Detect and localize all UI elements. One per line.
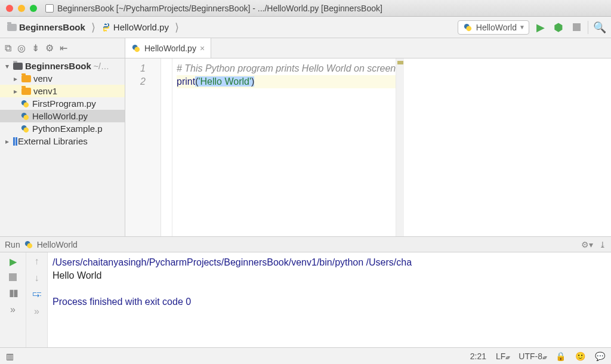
lock-icon[interactable]: 🔒 [556, 351, 566, 361]
python-file-icon [20, 124, 30, 134]
app-icon [45, 4, 54, 13]
console-command: /Users/chaitanyasingh/PycharmProjects/Be… [53, 256, 606, 269]
tab-label: HelloWorld.py [144, 44, 196, 53]
twisty-icon[interactable]: ▸ [4, 137, 11, 146]
maximize-window-button[interactable] [30, 5, 37, 12]
close-window-button[interactable] [6, 5, 13, 12]
tree-item-label: PythonExample.p [32, 124, 103, 134]
line-ending-selector[interactable]: LF▴▾ [496, 351, 509, 361]
breadcrumb-label: HelloWorld.py [113, 22, 169, 32]
tool-windows-button[interactable]: ▥ [6, 351, 14, 361]
tree-item-folder[interactable]: ▸ venv1 [0, 85, 125, 97]
python-file-icon [20, 99, 30, 109]
debug-button[interactable]: ⬢ [552, 21, 565, 34]
breadcrumb: BeginnersBook ⟩ HelloWorld.py ⟩ [5, 21, 180, 34]
tree-item-file[interactable]: PythonExample.p [0, 122, 125, 135]
up-arrow-icon[interactable]: ↑ [35, 256, 39, 267]
tree-item-folder[interactable]: ▸ venv [0, 72, 125, 85]
twisty-icon[interactable]: ▾ [4, 62, 11, 70]
chevron-right-icon: ⟩ [174, 21, 180, 34]
cursor-position[interactable]: 2:21 [470, 351, 486, 361]
python-icon [463, 23, 473, 32]
console-exit-message: Process finished with exit code 0 [53, 295, 606, 309]
tree-item-label: HelloWorld.py [32, 111, 88, 121]
pause-button[interactable]: ▮▮ [9, 287, 17, 298]
tree-item-path: ~/… [94, 61, 109, 71]
tree-item-label: venv [33, 73, 53, 84]
tree-item-label: FirstProgram.py [32, 98, 96, 109]
target-icon[interactable]: ◎ [17, 42, 26, 54]
library-icon [13, 137, 15, 146]
divider [588, 21, 588, 34]
code-line: print('Hello World') [177, 75, 396, 88]
profile-icon[interactable]: 🙂 [575, 351, 585, 361]
tree-item-file[interactable]: HelloWorld.py [0, 110, 125, 122]
console-stdout: Hello World [53, 269, 606, 282]
svg-point-9 [134, 47, 140, 52]
folder-icon [7, 24, 17, 31]
breadcrumb-label: BeginnersBook [19, 22, 85, 32]
status-bar: ▥ 2:21 LF▴▾ UTF-8▴▾ 🔒 🙂 💬 [0, 347, 611, 364]
python-file-icon [131, 44, 141, 53]
svg-point-5 [23, 115, 29, 120]
down-arrow-icon[interactable]: ↓ [35, 273, 39, 283]
svg-point-11 [27, 243, 32, 248]
gear-icon[interactable]: ⚙ [45, 42, 54, 54]
editor-panel: HelloWorld.py × 1 2 # This Python progra… [125, 38, 611, 236]
more-icon[interactable]: » [34, 306, 39, 317]
hide-icon[interactable]: ⇤ [60, 42, 67, 54]
run-config-name: HelloWorld [37, 240, 78, 249]
encoding-selector[interactable]: UTF-8▴▾ [519, 351, 546, 361]
folder-icon [21, 88, 31, 95]
tree-item-label: External Libraries [18, 136, 88, 146]
nav-bar: BeginnersBook ⟩ HelloWorld.py ⟩ HelloWor… [0, 17, 611, 38]
python-file-icon [20, 112, 30, 121]
run-button[interactable]: ▶ [534, 21, 547, 34]
console-output[interactable]: /Users/chaitanyasingh/PycharmProjects/Be… [48, 252, 611, 347]
close-tab-button[interactable]: × [200, 44, 205, 53]
collapse-icon[interactable]: ⇟ [32, 42, 39, 54]
line-gutter: 1 2 [125, 58, 161, 236]
run-config-select[interactable]: HelloWorld ▼ [458, 20, 529, 35]
line-number: 2 [125, 75, 161, 88]
tree-item-label: BeginnersBook [25, 61, 91, 71]
editor-marker-gutter [396, 58, 404, 236]
stop-run-button[interactable] [9, 273, 17, 281]
breadcrumb-file[interactable]: HelloWorld.py [99, 21, 171, 33]
external-libraries-item[interactable]: ▸ External Libraries [0, 135, 125, 147]
project-tree: ▾ BeginnersBook ~/… ▸ venv ▸ venv1 First… [0, 58, 125, 236]
folder-icon [21, 75, 31, 82]
stop-button[interactable] [570, 21, 583, 34]
minimize-window-button[interactable] [18, 5, 25, 12]
title-bar: BeginnersBook [~/PycharmProjects/Beginne… [0, 0, 611, 17]
feedback-icon[interactable]: 💬 [595, 351, 605, 361]
python-icon [24, 240, 33, 249]
run-label: Run [5, 240, 20, 249]
run-toolbar-primary: ▶ ▮▮ » [0, 252, 26, 347]
window-title: BeginnersBook [~/PycharmProjects/Beginne… [57, 4, 382, 13]
tree-item-label: venv1 [33, 86, 57, 96]
project-root-item[interactable]: ▾ BeginnersBook ~/… [0, 60, 125, 72]
scroll-to-source-icon[interactable]: ⧉ [5, 43, 11, 54]
more-icon[interactable]: » [10, 304, 16, 315]
breadcrumb-project[interactable]: BeginnersBook [5, 21, 88, 33]
gear-icon[interactable]: ⚙▾ [581, 240, 593, 249]
code-editor[interactable]: 1 2 # This Python program prints Hello W… [125, 58, 611, 236]
run-tool-window: Run HelloWorld ⚙▾ ⤓ ▶ ▮▮ » ↑ ↓ ⮓ » /User… [0, 236, 611, 347]
twisty-icon[interactable]: ▸ [12, 87, 19, 95]
twisty-icon[interactable]: ▸ [12, 75, 19, 83]
line-number: 1 [125, 62, 161, 75]
run-config-label: HelloWorld [476, 23, 517, 32]
download-icon[interactable]: ⤓ [599, 240, 606, 249]
code-line: # This Python program prints Hello World… [177, 62, 396, 75]
project-icon [13, 63, 23, 70]
tree-item-file[interactable]: FirstProgram.py [0, 97, 125, 110]
svg-point-3 [23, 102, 29, 107]
editor-tabs: HelloWorld.py × [125, 38, 611, 58]
wrap-icon[interactable]: ⮓ [32, 289, 42, 300]
rerun-button[interactable]: ▶ [10, 256, 17, 267]
run-header: Run HelloWorld ⚙▾ ⤓ [0, 237, 611, 252]
svg-point-7 [23, 127, 29, 132]
search-button[interactable]: 🔍 [593, 21, 606, 34]
editor-tab[interactable]: HelloWorld.py × [125, 38, 211, 58]
